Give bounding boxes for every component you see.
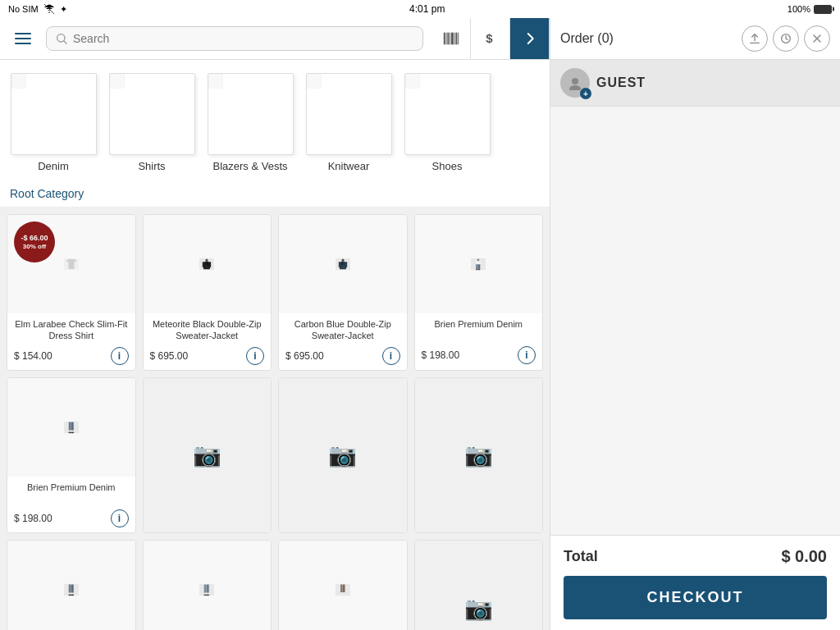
category-label-shoes: Shoes [432, 160, 463, 172]
avatar-plus-icon: + [580, 88, 591, 99]
product-price-row-0: $ 154.00 i [14, 347, 129, 365]
product-price-row-4: $ 198.00 i [14, 509, 129, 527]
jacket-blue-image [336, 257, 350, 272]
svg-rect-11 [458, 33, 459, 45]
order-content [550, 107, 840, 535]
discount-price-0: -$ 66.00 [21, 234, 48, 243]
svg-rect-5 [445, 33, 446, 45]
product-card-4[interactable]: Brien Premium Denim $ 198.00 i [7, 377, 136, 533]
product-info-1: Meteorite Black Double-Zip Sweater-Jacke… [144, 313, 272, 370]
svg-text:$: $ [486, 31, 493, 45]
info-button-2[interactable]: i [382, 347, 400, 365]
svg-rect-23 [307, 74, 322, 88]
product-image-11: 📷 [415, 541, 543, 630]
info-button-3[interactable]: i [518, 346, 536, 364]
denim-full-image [471, 257, 486, 272]
menu-button[interactable] [8, 24, 38, 53]
product-price-4: $ 198.00 [14, 513, 52, 524]
denim-thumbnail [11, 74, 26, 89]
barcode-button[interactable] [431, 18, 471, 59]
order-total: Total $ 0.00 [564, 547, 827, 566]
blazers-thumbnail [208, 74, 223, 89]
upload-button[interactable] [742, 25, 768, 52]
product-card-5[interactable]: 📷 Express 3-4 Business Days $ 14.00 i [143, 377, 272, 533]
discount-percent-0: 30% off [23, 243, 46, 251]
category-denim[interactable]: Denim [8, 73, 98, 172]
category-shoes[interactable]: Shoes [402, 73, 492, 172]
order-panel-button[interactable] [510, 18, 550, 59]
info-button-0[interactable]: i [111, 347, 129, 365]
price-button[interactable]: $ [471, 18, 510, 59]
search-bar[interactable] [46, 26, 423, 51]
category-blazers[interactable]: Blazers & Vests [205, 73, 295, 172]
product-card-2[interactable]: Carbon Blue Double-Zip Sweater-Jacket $ … [278, 214, 408, 371]
product-card-1[interactable]: Meteorite Black Double-Zip Sweater-Jacke… [143, 214, 272, 371]
svg-point-62 [71, 594, 74, 596]
category-knitwear[interactable]: Knitwear [304, 73, 394, 172]
product-card-6[interactable]: 📷 Next Day $ 32.00 i [278, 377, 408, 533]
product-card-3[interactable]: Brien Premium Denim $ 198.00 i [414, 214, 544, 371]
info-button-1[interactable]: i [246, 347, 264, 365]
svg-point-52 [478, 269, 481, 270]
history-button[interactable] [773, 25, 799, 52]
svg-line-3 [64, 41, 66, 43]
svg-point-67 [207, 594, 210, 596]
close-icon [810, 32, 824, 45]
product-image-10 [279, 541, 407, 630]
shirts-thumbnail [110, 74, 125, 89]
dollar-icon: $ [482, 30, 499, 47]
close-order-button[interactable] [804, 25, 830, 52]
placeholder-icon-7: 📷 [464, 441, 493, 468]
placeholder-icon-6: 📷 [328, 441, 357, 468]
product-card-0[interactable]: -$ 66.00 30% off Elm Larabee Check Slim-… [7, 214, 136, 371]
main-layout: Denim Shirts [0, 60, 840, 630]
product-image-0: -$ 66.00 30% off [7, 215, 135, 313]
product-card-7[interactable]: 📷 Next Day Before Noon or Saturday $ 40.… [414, 377, 544, 533]
product-info-5: Express 3-4 Business Days $ 14.00 i [144, 532, 272, 533]
wifi-icon [43, 3, 55, 15]
svg-rect-70 [343, 584, 345, 592]
svg-rect-65 [207, 584, 209, 592]
product-card-8[interactable] [7, 540, 136, 630]
svg-point-33 [206, 259, 208, 262]
product-image-5: 📷 [144, 378, 272, 532]
battery-percent: 100% [788, 4, 810, 14]
category-label-denim: Denim [38, 160, 69, 172]
product-image-1 [144, 215, 272, 313]
product-info-4: Brien Premium Denim $ 198.00 i [7, 477, 135, 532]
nav-icons: $ Order (0) [431, 18, 840, 59]
root-category-label: Root Category [0, 180, 550, 208]
product-card-11[interactable]: 📷 [414, 540, 544, 630]
jacket-black-image [199, 257, 214, 272]
search-input[interactable] [73, 32, 414, 45]
denim-p1-image [64, 582, 79, 597]
svg-rect-4 [443, 33, 445, 45]
svg-point-47 [477, 258, 480, 261]
svg-rect-38 [209, 262, 211, 267]
order-header: Order (0) [550, 18, 840, 59]
category-shirts[interactable]: Shirts [107, 73, 197, 172]
signal-dots: ✦ [60, 4, 67, 15]
battery-icon [814, 5, 832, 14]
product-price-row-2: $ 695.00 i [285, 347, 400, 365]
svg-rect-9 [454, 33, 454, 45]
main-content: Denim Shirts [0, 60, 550, 630]
product-price-3: $ 198.00 [422, 349, 460, 361]
order-actions [742, 25, 830, 52]
svg-rect-8 [451, 33, 454, 45]
hamburger-icon [15, 33, 31, 44]
upload-icon [748, 32, 761, 45]
barcode-icon [442, 30, 460, 48]
product-card-9[interactable] [143, 540, 272, 630]
discount-badge-0: -$ 66.00 30% off [14, 221, 55, 262]
svg-point-72 [569, 85, 581, 90]
total-amount: $ 0.00 [781, 547, 827, 566]
svg-rect-55 [71, 422, 74, 430]
category-label-knitwear: Knitwear [328, 160, 370, 172]
product-card-10[interactable] [278, 540, 408, 630]
order-footer: Total $ 0.00 CHECKOUT [550, 535, 840, 630]
checkout-button[interactable]: CHECKOUT [564, 576, 827, 619]
svg-point-0 [48, 11, 50, 13]
info-button-4[interactable]: i [111, 509, 129, 527]
time-display: 4:01 pm [409, 3, 445, 15]
